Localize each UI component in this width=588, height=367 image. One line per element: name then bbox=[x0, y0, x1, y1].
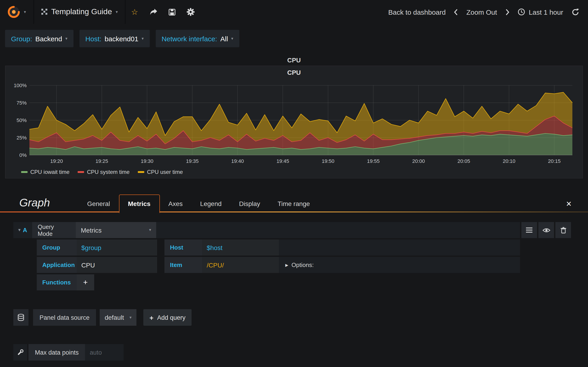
star-button[interactable]: ☆ bbox=[126, 0, 144, 24]
svg-text:19:45: 19:45 bbox=[277, 158, 289, 164]
dashboard-title: Templating Guide bbox=[51, 7, 112, 17]
legend-cpu-iowait-time[interactable]: CPU iowait time bbox=[21, 169, 69, 175]
variable-value: All bbox=[220, 35, 228, 42]
query-row-application-item: Application CPU Item /CPU/ ▸ Options: bbox=[37, 257, 520, 273]
group-input[interactable]: $group bbox=[77, 240, 157, 256]
add-query-label: Add query bbox=[157, 314, 185, 321]
clock-icon bbox=[518, 8, 525, 16]
gear-icon bbox=[186, 8, 195, 16]
add-query-button[interactable]: + Add query bbox=[144, 309, 191, 326]
database-icon-box bbox=[13, 309, 28, 326]
datasource-value: default bbox=[105, 314, 124, 321]
host-input[interactable]: $host bbox=[202, 240, 279, 256]
host-label: Host bbox=[164, 240, 202, 256]
legend-color-icon bbox=[78, 171, 84, 173]
query-row-a: ▾ A Query Mode Metrics ▾ bbox=[13, 222, 571, 238]
editor-tabs: GeneralMetricsAxesLegendDisplayTime rang… bbox=[78, 194, 319, 212]
legend-label: CPU system time bbox=[87, 169, 130, 175]
time-shift-forward-button[interactable] bbox=[501, 8, 514, 15]
chevron-down-icon: ▾ bbox=[65, 36, 67, 41]
query-toggle-visibility-button[interactable] bbox=[538, 222, 554, 238]
legend-cpu-system-time[interactable]: CPU system time bbox=[78, 169, 130, 175]
application-input[interactable]: CPU bbox=[77, 257, 157, 273]
tab-display[interactable]: Display bbox=[230, 195, 269, 212]
time-shift-back-button[interactable] bbox=[450, 8, 462, 15]
query-row-actions bbox=[521, 222, 571, 238]
chevron-down-icon: ▾ bbox=[231, 36, 233, 41]
svg-text:19:30: 19:30 bbox=[141, 158, 153, 164]
template-variables-row: Group:Backend▾Host:backend01▾Network int… bbox=[5, 30, 588, 47]
save-icon bbox=[168, 8, 175, 15]
chevron-down-icon: ▾ bbox=[149, 228, 151, 232]
application-label: Application bbox=[37, 257, 77, 273]
time-range-label: Last 1 hour bbox=[529, 8, 563, 16]
tab-metrics[interactable]: Metrics bbox=[119, 194, 160, 213]
query-row-filler bbox=[279, 240, 520, 256]
query-menu-button[interactable] bbox=[521, 222, 537, 238]
chevron-down-icon: ▾ bbox=[24, 10, 26, 14]
query-ref-letter: A bbox=[23, 227, 27, 234]
editor-panel-type: Graph bbox=[19, 196, 50, 212]
hamburger-icon bbox=[526, 227, 532, 233]
svg-text:50%: 50% bbox=[17, 117, 27, 123]
plus-icon: + bbox=[149, 314, 154, 321]
share-icon bbox=[149, 8, 157, 15]
zoom-out-label: Zoom Out bbox=[467, 8, 497, 16]
back-to-dashboard-label: Back to dashboard bbox=[388, 8, 446, 16]
options-toggle[interactable]: ▸ Options: bbox=[279, 257, 520, 273]
grafana-logo-button[interactable]: ▾ bbox=[0, 0, 34, 24]
refresh-button[interactable] bbox=[567, 8, 583, 16]
panel-editor: Graph GeneralMetricsAxesLegendDisplayTim… bbox=[0, 191, 588, 361]
query-delete-button[interactable] bbox=[555, 222, 571, 238]
tab-general[interactable]: General bbox=[78, 195, 119, 212]
query-row-group-host: Group $group Host $host bbox=[37, 240, 520, 256]
zoom-out-button[interactable]: Zoom Out bbox=[462, 8, 501, 16]
svg-text:19:40: 19:40 bbox=[231, 158, 244, 164]
datasource-select[interactable]: default ▾ bbox=[100, 309, 137, 326]
refresh-icon bbox=[571, 8, 579, 16]
save-button[interactable] bbox=[163, 0, 181, 24]
variable-group[interactable]: Group:Backend▾ bbox=[5, 30, 73, 47]
tab-time-range[interactable]: Time range bbox=[269, 195, 319, 212]
tab-axes[interactable]: Axes bbox=[160, 195, 191, 212]
time-picker-button[interactable]: Last 1 hour bbox=[514, 8, 567, 16]
svg-text:20:15: 20:15 bbox=[548, 158, 561, 164]
svg-text:19:55: 19:55 bbox=[367, 158, 380, 164]
share-button[interactable] bbox=[144, 0, 163, 24]
tab-legend[interactable]: Legend bbox=[191, 195, 230, 212]
item-input[interactable]: /CPU/ bbox=[202, 257, 279, 273]
svg-text:100%: 100% bbox=[14, 83, 27, 88]
svg-text:20:10: 20:10 bbox=[503, 158, 515, 164]
query-collapse-toggle[interactable]: ▾ A bbox=[13, 222, 32, 238]
max-data-points-input[interactable]: auto bbox=[85, 344, 124, 361]
legend-label: CPU iowait time bbox=[30, 169, 69, 175]
dashboard-title-button[interactable]: Templating Guide ▾ bbox=[34, 0, 126, 24]
variable-host[interactable]: Host:backend01▾ bbox=[79, 30, 150, 47]
legend-color-icon bbox=[21, 171, 27, 173]
variable-label: Group: bbox=[11, 35, 32, 42]
close-editor-button[interactable]: × bbox=[566, 199, 571, 208]
chevron-right-icon bbox=[505, 8, 510, 15]
panel-title[interactable]: CPU bbox=[5, 55, 583, 66]
chevron-right-small-icon: ▸ bbox=[285, 261, 288, 268]
editor-header: Graph GeneralMetricsAxesLegendDisplayTim… bbox=[0, 191, 588, 212]
legend-cpu-user-time[interactable]: CPU user time bbox=[138, 169, 183, 175]
graph-inner-title: CPU bbox=[11, 68, 577, 77]
wrench-icon bbox=[17, 349, 24, 356]
settings-button[interactable] bbox=[181, 0, 200, 24]
dashboard-grid-icon bbox=[41, 9, 48, 15]
query-row-functions: Functions + bbox=[37, 274, 520, 290]
chevron-down-icon: ▾ bbox=[130, 315, 132, 319]
back-to-dashboard-button[interactable]: Back to dashboard bbox=[384, 8, 450, 16]
chevron-left-icon bbox=[454, 8, 458, 15]
cpu-chart[interactable]: 0%25%50%75%100%19:2019:2519:3019:3519:40… bbox=[11, 77, 577, 167]
functions-label: Functions bbox=[37, 274, 77, 290]
editor-body: ▾ A Query Mode Metrics ▾ bbox=[0, 212, 588, 361]
query-mode-select[interactable]: Metrics ▾ bbox=[76, 222, 156, 238]
add-function-button[interactable]: + bbox=[77, 274, 94, 290]
variable-value: backend01 bbox=[105, 35, 138, 42]
svg-text:19:35: 19:35 bbox=[186, 158, 199, 164]
variable-network-interface[interactable]: Network interface:All▾ bbox=[156, 30, 239, 47]
graph-panel-container: CPU CPU 0%25%50%75%100%19:2019:2519:3019… bbox=[5, 55, 583, 178]
svg-text:19:20: 19:20 bbox=[50, 158, 63, 164]
